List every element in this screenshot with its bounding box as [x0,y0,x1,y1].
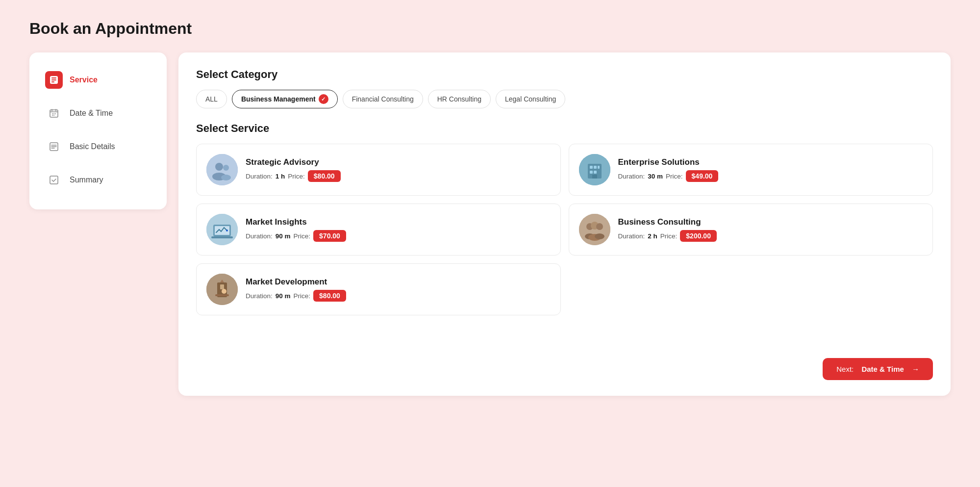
svg-point-6 [53,113,54,114]
main-content: Select Category ALL Business Management … [178,52,951,396]
svg-point-29 [226,230,228,231]
svg-point-14 [223,165,229,171]
select-category-title: Select Category [196,68,933,81]
service-name-market-insights: Market Insights [246,217,551,227]
sidebar-item-service[interactable]: Service [39,64,157,96]
svg-rect-28 [211,236,233,238]
main-layout: Service Date & Time [29,52,951,396]
svg-point-13 [215,163,223,171]
service-card-market-development[interactable]: Market Development Duration: 90 m Price:… [196,263,561,315]
details-icon [45,138,63,155]
service-avatar-market-insights [206,214,238,245]
sidebar-item-summary[interactable]: Summary [39,164,157,196]
service-avatar-strategic [206,154,238,185]
category-business-management[interactable]: Business Management ✓ [232,90,338,108]
price-badge-market-development: $80.00 [313,290,346,302]
svg-point-16 [221,175,231,180]
next-prefix: Next: [836,365,854,373]
category-filters: ALL Business Management ✓ Financial Cons… [196,90,933,108]
svg-rect-1 [51,77,56,78]
category-all[interactable]: ALL [196,90,227,108]
price-badge-market-insights: $70.00 [313,230,346,242]
service-avatar-business-consulting [579,214,610,245]
service-meta-business-consulting: Duration: 2 h Price: $200.00 [618,230,923,242]
sidebar-date-label: Date & Time [70,109,113,118]
service-name-enterprise: Enterprise Solutions [618,157,923,167]
category-hr-consulting[interactable]: HR Consulting [428,90,491,108]
service-avatar-market-development [206,274,238,305]
service-card-strategic-advisory[interactable]: Strategic Advisory Duration: 1 h Price: … [196,144,561,196]
service-card-market-insights[interactable]: Market Insights Duration: 90 m Price: $7… [196,204,561,256]
svg-point-7 [55,113,56,114]
sidebar-item-date-time[interactable]: Date & Time [39,98,157,129]
svg-point-9 [53,115,54,116]
service-card-business-consulting[interactable]: Business Consulting Duration: 2 h Price:… [569,204,933,256]
svg-rect-20 [594,166,597,169]
service-info-market-insights: Market Insights Duration: 90 m Price: $7… [246,217,551,242]
price-badge-business-consulting: $200.00 [680,230,717,242]
next-label: Date & Time [861,365,904,373]
svg-rect-2 [51,79,56,80]
svg-rect-11 [50,176,58,184]
svg-point-8 [52,115,53,116]
next-arrow: → [912,365,919,373]
svg-rect-22 [590,171,593,174]
service-meta-market-insights: Duration: 90 m Price: $70.00 [246,230,551,242]
service-avatar-enterprise [579,154,610,185]
svg-rect-3 [51,81,54,82]
calendar-icon [45,104,63,122]
service-info-business-consulting: Business Consulting Duration: 2 h Price:… [618,217,923,242]
service-info-strategic: Strategic Advisory Duration: 1 h Price: … [246,157,551,182]
service-card-enterprise-solutions[interactable]: Enterprise Solutions Duration: 30 m Pric… [569,144,933,196]
service-grid: Strategic Advisory Duration: 1 h Price: … [196,144,933,256]
service-icon [45,71,63,89]
category-legal-consulting[interactable]: Legal Consulting [496,90,565,108]
service-row-bottom: Market Development Duration: 90 m Price:… [196,263,933,315]
sidebar-details-label: Basic Details [70,142,115,151]
service-info-enterprise: Enterprise Solutions Duration: 30 m Pric… [618,157,923,182]
sidebar: Service Date & Time [29,52,167,209]
price-badge-enterprise: $49.00 [686,170,719,182]
service-meta-enterprise: Duration: 30 m Price: $49.00 [618,170,923,182]
service-info-market-development: Market Development Duration: 90 m Price:… [246,277,551,302]
select-service-title: Select Service [196,122,933,135]
sidebar-item-basic-details[interactable]: Basic Details [39,131,157,162]
svg-rect-23 [594,171,597,174]
category-financial-consulting[interactable]: Financial Consulting [343,90,423,108]
svg-point-5 [52,113,53,114]
service-name-business-consulting: Business Consulting [618,217,923,227]
svg-point-36 [595,233,604,239]
svg-rect-21 [598,166,600,169]
service-meta-market-development: Duration: 90 m Price: $80.00 [246,290,551,302]
svg-rect-41 [215,294,229,296]
selected-check-icon: ✓ [319,94,328,104]
svg-point-12 [206,154,238,185]
svg-point-33 [596,223,603,230]
svg-rect-39 [220,284,224,289]
service-name-market-development: Market Development [246,277,551,287]
sidebar-service-label: Service [70,76,98,84]
summary-icon [45,171,63,189]
sidebar-summary-label: Summary [70,176,103,184]
price-badge-strategic: $80.00 [308,170,341,182]
svg-rect-19 [590,166,593,169]
service-name-strategic: Strategic Advisory [246,157,551,167]
svg-rect-24 [592,175,597,179]
page-title: Book an Appointment [29,20,951,38]
next-button[interactable]: Next: Date & Time → [823,358,933,380]
service-meta-strategic: Duration: 1 h Price: $80.00 [246,170,551,182]
svg-point-40 [222,289,226,294]
